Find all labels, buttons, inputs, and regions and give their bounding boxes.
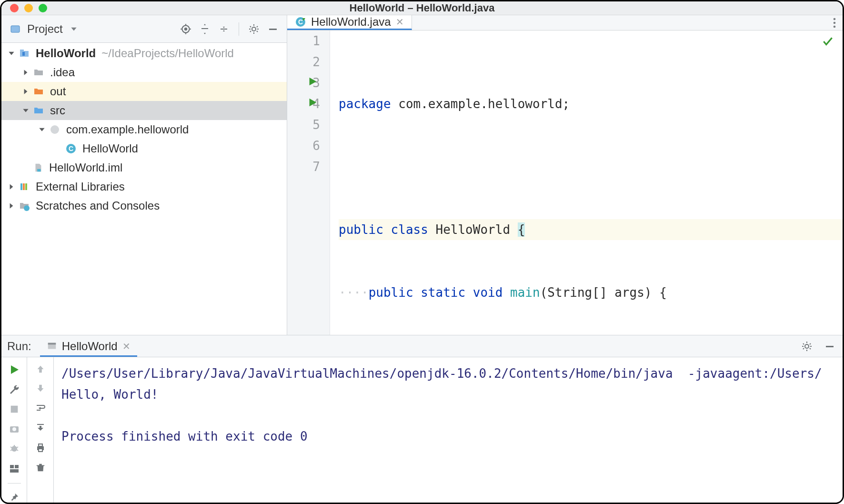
class-icon: C	[295, 16, 306, 28]
svg-rect-0	[11, 26, 20, 32]
main-area: Project HelloWorld ~/IdeaProjects	[1, 15, 843, 335]
run-config-label: HelloWorld	[62, 340, 118, 353]
tree-node-class-file[interactable]: C HelloWorld	[1, 139, 287, 158]
editor-tab[interactable]: C HelloWorld.java ✕	[287, 15, 412, 30]
chevron-down-icon[interactable]	[6, 48, 17, 59]
chevron-right-icon[interactable]	[6, 201, 17, 211]
gutter-line[interactable]: 2	[287, 51, 320, 72]
svg-rect-6	[20, 50, 24, 52]
rerun-icon[interactable]	[9, 364, 20, 375]
application-icon	[47, 341, 57, 352]
source-folder-icon	[33, 105, 44, 116]
svg-rect-22	[48, 343, 56, 344]
scroll-to-end-icon[interactable]	[35, 422, 46, 433]
svg-point-8	[50, 125, 59, 134]
console-line: Process finished with exit code 0	[61, 426, 835, 447]
run-panel: Run: HelloWorld ✕	[1, 335, 843, 503]
trash-icon[interactable]	[35, 462, 46, 473]
minimize-panel-icon[interactable]	[266, 22, 280, 36]
svg-rect-24	[826, 346, 834, 347]
collapse-all-icon[interactable]	[217, 22, 231, 36]
folder-icon	[33, 67, 44, 78]
svg-point-2	[185, 28, 187, 30]
tree-node-out[interactable]: out	[1, 82, 287, 101]
tree-label: out	[50, 85, 66, 98]
run-config-tab[interactable]: HelloWorld ✕	[40, 335, 137, 357]
code-editor[interactable]: 1 2 3 4 5 6 7 package com.example.hellow…	[287, 30, 843, 335]
console-output[interactable]: /Users/User/Library/Java/JavaVirtualMach…	[54, 357, 843, 503]
wrench-icon[interactable]	[9, 384, 20, 395]
chevron-right-icon[interactable]	[20, 67, 31, 78]
camera-icon[interactable]	[9, 423, 20, 434]
separator	[239, 22, 239, 36]
tree-node-iml[interactable]: HelloWorld.iml	[1, 158, 287, 177]
stop-icon[interactable]	[9, 404, 20, 414]
tree-node-scratches[interactable]: Scratches and Consoles	[1, 196, 287, 215]
svg-rect-7	[22, 52, 25, 56]
project-panel-title[interactable]: Project	[27, 22, 63, 36]
svg-text:C: C	[69, 145, 73, 152]
print-icon[interactable]	[35, 442, 46, 454]
soft-wrap-icon[interactable]	[35, 402, 46, 413]
editor-panel: C HelloWorld.java ✕ 1 2 3 4 5 6 7	[287, 15, 843, 335]
gear-icon[interactable]	[800, 339, 814, 353]
gutter-line[interactable]: 6	[287, 135, 320, 156]
up-arrow-icon[interactable]	[35, 364, 46, 374]
tree-node-package[interactable]: com.example.helloworld	[1, 120, 287, 139]
down-arrow-icon[interactable]	[35, 383, 46, 393]
gutter-line[interactable]: 1	[287, 30, 320, 51]
svg-point-3	[252, 27, 256, 31]
gutter-line[interactable]: 5	[287, 114, 320, 135]
libraries-icon	[19, 181, 30, 192]
svg-point-20	[834, 25, 836, 28]
close-window-button[interactable]	[10, 4, 19, 12]
more-options-icon[interactable]	[826, 15, 843, 30]
expand-all-icon[interactable]	[198, 22, 212, 36]
code-line	[339, 156, 843, 177]
tree-root-path: ~/IdeaProjects/HelloWorld	[101, 47, 234, 60]
code-body[interactable]: package com.example.helloworld; public c…	[330, 30, 843, 335]
console-line: Hello, World!	[61, 384, 835, 405]
svg-text:C: C	[298, 18, 303, 26]
tree-label: External Libraries	[36, 180, 125, 193]
run-gutter-icon[interactable]	[307, 76, 318, 87]
gear-icon[interactable]	[247, 22, 261, 36]
tree-node-external[interactable]: External Libraries	[1, 177, 287, 196]
chevron-down-icon[interactable]	[37, 124, 47, 135]
status-ok-icon[interactable]	[822, 35, 834, 48]
layout-icon[interactable]	[9, 463, 20, 474]
chevron-right-icon[interactable]	[20, 86, 31, 97]
gutter[interactable]: 1 2 3 4 5 6 7	[287, 30, 330, 335]
console-line	[61, 405, 835, 426]
chevron-right-icon[interactable]	[6, 181, 17, 192]
svg-point-28	[11, 446, 17, 452]
close-tab-icon[interactable]: ✕	[122, 341, 131, 352]
tree-label: HelloWorld	[82, 142, 138, 155]
tree-node-idea[interactable]: .idea	[1, 63, 287, 82]
run-toolbar-primary	[1, 357, 27, 503]
window-title: HelloWorld – HelloWorld.java	[1, 2, 843, 14]
locate-icon[interactable]	[179, 22, 193, 36]
svg-rect-13	[23, 183, 25, 190]
run-gutter-icon[interactable]	[307, 97, 318, 108]
tree-root[interactable]: HelloWorld ~/IdeaProjects/HelloWorld	[1, 44, 287, 63]
chevron-down-icon[interactable]	[20, 105, 31, 116]
svg-rect-29	[10, 465, 14, 468]
close-tab-icon[interactable]: ✕	[396, 16, 404, 28]
minimize-panel-icon[interactable]	[823, 339, 837, 353]
gutter-line[interactable]: 7	[287, 156, 320, 177]
chevron-down-icon[interactable]	[70, 25, 78, 33]
tree-root-label: HelloWorld	[36, 47, 96, 60]
tree-label: .idea	[50, 66, 75, 79]
editor-tab-label: HelloWorld.java	[311, 15, 391, 29]
project-tree[interactable]: HelloWorld ~/IdeaProjects/HelloWorld .id…	[1, 43, 287, 335]
class-icon: C	[65, 143, 77, 154]
debug-icon[interactable]	[9, 443, 20, 454]
titlebar: HelloWorld – HelloWorld.java	[1, 1, 843, 15]
svg-point-18	[834, 18, 836, 20]
minimize-window-button[interactable]	[24, 4, 33, 12]
maximize-window-button[interactable]	[39, 4, 47, 12]
pin-icon[interactable]	[9, 492, 20, 503]
tree-node-src[interactable]: src	[1, 101, 287, 120]
run-toolbar-secondary	[27, 357, 54, 503]
